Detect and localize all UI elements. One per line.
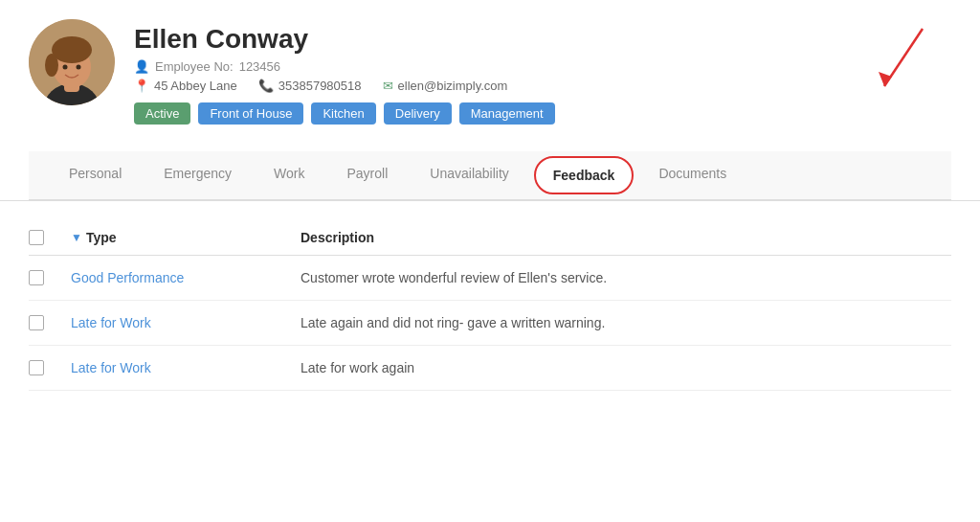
th-description: Description (301, 230, 951, 245)
row3-type-cell: Late for Work (71, 359, 301, 376)
arrow-annotation (836, 19, 951, 119)
tabs-row: Personal Emergency Work Payroll Unavaila… (29, 151, 951, 200)
person-icon: 👤 (134, 59, 149, 74)
th-type: ▼ Type (71, 230, 301, 245)
employee-no-label: Employee No: (155, 59, 234, 74)
contact-row: 📍 45 Abbey Lane 📞 353857980518 ✉ ellen@b… (134, 79, 817, 93)
employee-name: Ellen Conway (134, 23, 817, 56)
row1-type-link[interactable]: Good Performance (71, 270, 184, 285)
badge-delivery: Delivery (384, 102, 452, 125)
feedback-table: ▼ Type Description Good Performance Cust… (29, 220, 951, 391)
row1-checkbox[interactable] (29, 270, 44, 285)
employee-info: Ellen Conway 👤 Employee No: 123456 📍 45 … (29, 19, 951, 151)
svg-point-4 (52, 36, 92, 63)
phone-item: 📞 353857980518 (258, 79, 362, 93)
tab-personal[interactable]: Personal (48, 152, 143, 197)
email-item: ✉ ellen@bizimply.com (383, 79, 508, 93)
row2-checkbox[interactable] (29, 315, 44, 330)
badge-management: Management (459, 102, 555, 125)
tab-work[interactable]: Work (253, 152, 325, 197)
table-row: Late for Work Late again and did not rin… (29, 301, 951, 346)
avatar (29, 19, 115, 105)
email-icon: ✉ (383, 79, 393, 93)
badge-active: Active (134, 102, 190, 125)
tab-feedback-wrapper: Feedback (530, 151, 638, 199)
row2-check-cell (29, 315, 71, 330)
row2-desc-cell: Late again and did not ring- gave a writ… (301, 315, 951, 330)
col-type-label: Type (86, 230, 117, 245)
badges-row: Active Front of House Kitchen Delivery M… (134, 102, 817, 125)
email-text: ellen@bizimply.com (398, 79, 508, 93)
tab-unavailability[interactable]: Unavailability (409, 152, 529, 197)
row1-type-cell: Good Performance (71, 269, 301, 286)
svg-point-6 (63, 65, 68, 70)
svg-point-7 (77, 65, 81, 70)
table-row: Late for Work Late for work again (29, 346, 951, 391)
address-item: 📍 45 Abbey Lane (134, 79, 237, 93)
badge-front-of-house: Front of House (198, 102, 303, 125)
address-text: 45 Abbey Lane (154, 79, 237, 93)
phone-text: 353857980518 (278, 79, 362, 93)
employee-details: Ellen Conway 👤 Employee No: 123456 📍 45 … (134, 19, 817, 138)
employee-no-row: 👤 Employee No: 123456 (134, 59, 817, 74)
header-checkbox[interactable] (29, 230, 44, 245)
svg-point-5 (45, 54, 58, 77)
sort-arrow-icon: ▼ (71, 231, 82, 244)
row2-type-link[interactable]: Late for Work (71, 315, 151, 330)
table-row: Good Performance Customer wrote wonderfu… (29, 256, 951, 301)
row1-check-cell (29, 270, 71, 285)
table-header: ▼ Type Description (29, 220, 951, 256)
page-wrapper: Ellen Conway 👤 Employee No: 123456 📍 45 … (0, 0, 980, 522)
badge-kitchen: Kitchen (311, 102, 375, 125)
tab-feedback[interactable]: Feedback (534, 156, 635, 194)
tab-payroll[interactable]: Payroll (326, 152, 410, 197)
svg-marker-9 (879, 72, 892, 86)
row3-checkbox[interactable] (29, 360, 44, 375)
tab-documents[interactable]: Documents (637, 152, 747, 197)
content-area: ▼ Type Description Good Performance Cust… (0, 201, 980, 522)
th-checkbox (29, 230, 71, 245)
row2-type-cell: Late for Work (71, 314, 301, 331)
row1-desc-cell: Customer wrote wonderful review of Ellen… (301, 270, 951, 285)
row3-desc-cell: Late for work again (301, 360, 951, 375)
employee-no-value: 123456 (239, 59, 280, 74)
row3-check-cell (29, 360, 71, 375)
header-section: Ellen Conway 👤 Employee No: 123456 📍 45 … (0, 0, 980, 201)
phone-icon: 📞 (258, 79, 274, 93)
tab-emergency[interactable]: Emergency (143, 152, 253, 197)
location-icon: 📍 (134, 79, 149, 93)
row3-type-link[interactable]: Late for Work (71, 360, 151, 375)
